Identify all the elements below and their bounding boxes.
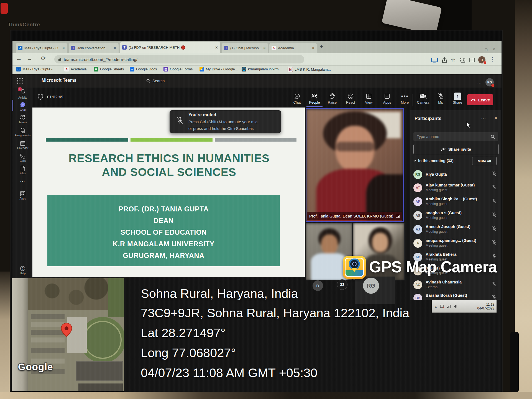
- monitor-brand-label: ThinkCentre: [8, 22, 40, 28]
- forward-button[interactable]: →: [27, 55, 32, 62]
- bookmark-google-forms[interactable]: ▤Google Forms: [163, 67, 193, 71]
- browser-tab-join-conversation[interactable]: T Join conversation ✕: [69, 43, 119, 53]
- new-tab-button[interactable]: +: [320, 43, 323, 50]
- muted-tooltip-line1: Press Ctrl+Shift+M to unmute your mic,: [188, 120, 259, 124]
- participants-search-input[interactable]: Type a name: [413, 132, 498, 141]
- close-icon[interactable]: ✕: [494, 115, 498, 121]
- mic-muted-icon[interactable]: [492, 185, 497, 190]
- sidebar-item-teams[interactable]: Teams: [12, 114, 33, 124]
- share-content-button[interactable]: ↑ Share: [449, 93, 466, 104]
- speaker-video-tile[interactable]: [306, 108, 404, 222]
- participant-row[interactable]: AP Ambika Singh Pa... (Guest) Meeting gu…: [412, 197, 499, 209]
- window-close-button[interactable]: ✕: [492, 47, 496, 52]
- meeting-react-button[interactable]: React: [342, 93, 359, 104]
- meeting-chat-button[interactable]: Chat: [289, 93, 305, 104]
- mic-muted-icon[interactable]: [492, 171, 497, 177]
- mic-muted-icon[interactable]: [492, 198, 497, 204]
- leave-button[interactable]: Leave: [467, 94, 493, 105]
- overflow-count-badge[interactable]: 33: [337, 279, 347, 290]
- laptop-edge: [510, 332, 519, 392]
- sidebar-item-calls[interactable]: Calls: [12, 153, 33, 162]
- speaker-icon[interactable]: [453, 305, 458, 308]
- mute-all-button[interactable]: Mute all: [472, 157, 497, 165]
- participant-row[interactable]: A anupam.painting... (Guest) Meeting gue…: [412, 238, 499, 250]
- teams-icon: T: [224, 46, 228, 50]
- bookmark-lms[interactable]: MLMS K.R. Mangalam...: [288, 67, 331, 72]
- participant-row[interactable]: AJ Aneesh Joseph (Guest) Meeting guest: [412, 224, 499, 237]
- app-launcher-icon[interactable]: [17, 78, 23, 84]
- sidebar-item-apps[interactable]: Apps: [12, 191, 33, 200]
- bookmark-google-sheets[interactable]: ≣Google Sheets: [94, 67, 124, 71]
- teams-search[interactable]: Search: [146, 79, 165, 83]
- people-active-underline: [306, 106, 323, 107]
- tab-close-icon[interactable]: ✕: [113, 46, 116, 50]
- back-button[interactable]: ←: [16, 55, 22, 62]
- participant-row[interactable]: RG Riya Gupta: [412, 170, 499, 182]
- bookmark-academia[interactable]: AAcademia: [64, 67, 87, 71]
- windows-taskbar-fragment[interactable]: ▲ 11:13 04-07-2023: [432, 300, 497, 313]
- apps-grid-icon: [20, 191, 26, 197]
- reload-button[interactable]: ⟳: [41, 55, 46, 62]
- sidebar-item-files[interactable]: Files: [12, 165, 33, 175]
- bookmark-krmangalam[interactable]: 🌐krmangalam.in/krm...: [242, 67, 282, 71]
- window-maximize-button[interactable]: ▢: [484, 47, 488, 52]
- participants-menu-icon[interactable]: ⋯: [481, 116, 486, 122]
- meeting-people-button[interactable]: People: [306, 93, 323, 104]
- extensions-puzzle-icon[interactable]: [460, 57, 466, 63]
- teams-topbar-menu-icon[interactable]: ⋯: [477, 80, 482, 86]
- mic-muted-icon[interactable]: [492, 295, 497, 300]
- pin-icon: [396, 214, 400, 218]
- sidebar-item-activity[interactable]: 1 Activity: [12, 89, 33, 99]
- mic-muted-icon[interactable]: [492, 282, 497, 287]
- tab-close-icon[interactable]: ✕: [312, 46, 315, 50]
- forms-icon: ▤: [163, 67, 168, 71]
- bookmark-star-icon[interactable]: ☆: [451, 57, 456, 63]
- bookmark-mail[interactable]: oMail - Riya Gupta -...: [16, 67, 55, 71]
- mic-muted-icon[interactable]: [492, 240, 497, 245]
- sidebar-item-chat[interactable]: Chat: [12, 101, 33, 111]
- mic-muted-icon[interactable]: [492, 226, 497, 231]
- more-dots-icon: •••: [397, 93, 413, 100]
- participant-row[interactable]: AC Avinash Chaurasia External: [412, 280, 499, 292]
- browser-tab-fdp-active[interactable]: T (1) FDP on "RESEARCH METH ✕: [120, 42, 220, 53]
- avatar: A: [413, 239, 422, 248]
- sidebar-item-calendar[interactable]: Calendar: [12, 140, 33, 150]
- tray-expand-icon[interactable]: ▲: [434, 305, 437, 308]
- browser-tab-teams-chat[interactable]: T (1) Chat | Microsoft Teams ✕: [222, 43, 268, 53]
- camera-toggle-button[interactable]: Camera: [415, 93, 431, 104]
- share-page-icon[interactable]: [442, 57, 447, 63]
- mic-muted-icon[interactable]: [492, 212, 497, 218]
- sidebar-item-assignments[interactable]: Assignments: [12, 127, 33, 137]
- mic-toggle-button[interactable]: Mic: [433, 93, 449, 104]
- participant-row[interactable]: BB Barsha Borah (Guest): [412, 293, 499, 300]
- address-bar[interactable]: teams.microsoft.com/_#/modern-calling/: [54, 55, 304, 63]
- browser-tab-mail[interactable]: o Mail - Riya Gupta - Outlook ✕: [16, 43, 67, 53]
- participant-row[interactable]: AS anagha a s (Guest) Meeting guest: [412, 211, 499, 223]
- speaker-name-caption: Prof. Tania Gupta, Dean SOED, KRMU (Gues…: [307, 212, 402, 221]
- network-icon[interactable]: [447, 305, 451, 308]
- bookmark-my-drive[interactable]: ▲My Drive - Google...: [200, 67, 238, 71]
- meeting-raise-button[interactable]: Raise: [324, 93, 340, 104]
- tab-close-icon[interactable]: ✕: [215, 45, 218, 50]
- participant-row[interactable]: AT Ajay kumar tomar (Guest) Meeting gues…: [412, 183, 499, 195]
- share-screen-icon: ↑: [449, 93, 466, 100]
- share-invite-button[interactable]: Share invite: [413, 144, 499, 154]
- sidebar-item-help[interactable]: ? Help: [12, 265, 33, 275]
- in-this-meeting-header[interactable]: In this meeting (33): [413, 158, 454, 163]
- meeting-view-button[interactable]: View: [361, 93, 377, 104]
- side-panel-icon[interactable]: [469, 58, 475, 62]
- tab-close-icon[interactable]: ✕: [62, 46, 65, 50]
- tab-close-icon[interactable]: ✕: [263, 46, 266, 50]
- sheets-icon: ≣: [94, 67, 98, 71]
- taskbar-clock[interactable]: 11:13 04-07-2023: [477, 303, 494, 310]
- sidebar-more-icon[interactable]: ⋯: [12, 178, 33, 185]
- action-center-icon[interactable]: [440, 305, 444, 308]
- browser-menu-icon[interactable]: ⋮: [490, 56, 495, 62]
- meeting-apps-button[interactable]: Apps: [379, 93, 395, 104]
- participant-avatar-d[interactable]: D: [313, 280, 323, 291]
- window-minimize-button[interactable]: –: [476, 47, 481, 52]
- bookmark-google-docs[interactable]: ≡Google Docs: [130, 67, 157, 71]
- browser-tab-academia[interactable]: A Academia ✕: [269, 43, 317, 53]
- screen-cast-icon[interactable]: [431, 58, 438, 63]
- meeting-more-button[interactable]: ••• More: [397, 93, 413, 104]
